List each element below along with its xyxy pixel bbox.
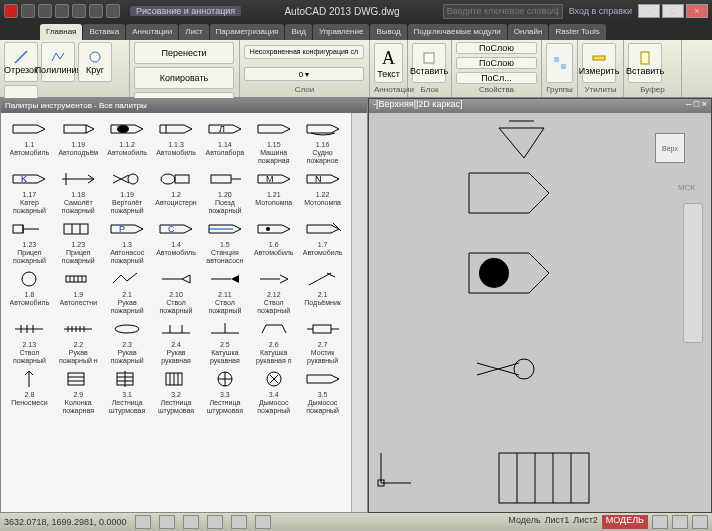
palette-item[interactable]: 1.1.2Автомобиль [103,117,152,165]
workspace-tab[interactable]: Рисование и аннотация [130,6,241,16]
move-button[interactable]: Перенести [134,42,234,64]
palette-item[interactable]: 2.1Подъёмник [298,267,347,315]
open-icon[interactable] [38,4,52,18]
insert-button[interactable]: Вставить [412,43,446,83]
palette-item[interactable]: Л 1.14Автолабора [200,117,249,165]
ortho-toggle[interactable] [183,515,199,529]
palette-item[interactable]: 2.10Ствол пожарный [152,267,201,315]
status-icon[interactable] [652,515,668,529]
palette-item[interactable]: 2.12Ствол пожарный [249,267,298,315]
tab-home[interactable]: Главная [40,24,82,40]
drawing-area[interactable]: -[Верхняя||2D каркас] – □ × Верх МСК [368,98,712,513]
model-space-button[interactable]: МОДЕЛЬ [602,515,648,529]
layer-dropdown[interactable]: 0 ▾ [244,67,364,81]
palette-item[interactable]: 2.3Рукав пожарный [103,317,152,365]
palette-item[interactable]: 1.6Автомобиль [249,217,298,265]
layout-tab-model[interactable]: Модель [508,515,540,529]
tab-parametric[interactable]: Параметризация [210,24,285,40]
palette-item[interactable]: 1.1Автомобиль [5,117,54,165]
tab-raster[interactable]: Raster Tools [549,24,605,40]
tab-layout[interactable]: Лист [179,24,208,40]
close-button[interactable]: × [686,4,708,18]
text-button[interactable]: AТекст [374,43,403,83]
palette-item[interactable]: 2.13Ствол пожарный [5,317,54,365]
tab-view[interactable]: Вид [285,24,311,40]
polyline-button[interactable]: Полилиния [41,42,75,82]
palette-item[interactable]: P 1.3Автонасос пожарный [103,217,152,265]
palette-item[interactable]: 1.2Автоцистерн [152,167,201,215]
viewport-controls[interactable]: – □ × [686,99,707,113]
palette-item[interactable]: 1.1.3Автомобиль [152,117,201,165]
palette-item[interactable]: 1.20Поезд пожарный [200,167,249,215]
palette-item[interactable]: 2.9Колонка пожарная [54,367,103,415]
palette-item[interactable]: 1.15Машина пожарная [249,117,298,165]
palette-item[interactable]: 1.23Прицеп пожарный [5,217,54,265]
palette-item[interactable]: 1.19Автоподъём [54,117,103,165]
line-button[interactable]: Отрезок [4,42,38,82]
group-button[interactable] [546,43,573,83]
palette-item[interactable]: 2.1Рукав пожарный [103,267,152,315]
palette-item[interactable]: K 1.17Катер пожарный [5,167,54,215]
canvas[interactable]: Верх МСК [369,113,711,512]
lineweight-dropdown[interactable]: ПоСлою [456,57,537,69]
palette-item[interactable]: 1.19Вертолёт пожарный [103,167,152,215]
palette-item[interactable]: C 1.4Автомобиль [152,217,201,265]
palette-item[interactable]: 1.18Самолёт пожарный [54,167,103,215]
viewcube-face[interactable]: Верх [655,133,685,163]
linetype-dropdown[interactable]: ПоСл... [456,72,537,84]
grid-toggle[interactable] [159,515,175,529]
palette-grid[interactable]: 1.1Автомобиль 1.19Автоподъём 1.1.2Автомо… [1,113,351,512]
app-menu-icon[interactable] [4,4,18,18]
tab-output[interactable]: Вывод [370,24,406,40]
help-search-input[interactable] [443,4,563,19]
maximize-button[interactable]: □ [662,4,684,18]
palette-item[interactable]: 3.1Лестница штурмовая [103,367,152,415]
save-icon[interactable] [55,4,69,18]
snap-toggle[interactable] [135,515,151,529]
tab-online[interactable]: Онлайн [508,24,549,40]
otrack-toggle[interactable] [255,515,271,529]
layout-tab-1[interactable]: Лист1 [545,515,570,529]
status-icon[interactable] [672,515,688,529]
signin-link[interactable]: Вход в справки [569,6,632,16]
palette-item[interactable]: 3.3Лестница штурмовая [200,367,249,415]
palette-item[interactable]: 3.4Дымосос пожарный [249,367,298,415]
layout-tab-2[interactable]: Лист2 [573,515,598,529]
palette-item[interactable]: 3.2Лестница штурмовая [152,367,201,415]
minimize-button[interactable]: – [638,4,660,18]
palette-item[interactable]: 1.5Станция автонасосн [200,217,249,265]
undo-icon[interactable] [72,4,86,18]
new-icon[interactable] [21,4,35,18]
paste-button[interactable]: Вставить [628,43,662,83]
tab-manage[interactable]: Управление [313,24,369,40]
palette-item[interactable]: 3.5Дымосос пожарный [298,367,347,415]
osnap-toggle[interactable] [231,515,247,529]
palette-item[interactable]: 2.5Катушка рукавная [200,317,249,365]
palette-item[interactable]: 1.9Автолестни [54,267,103,315]
measure-button[interactable]: Измерить [582,43,616,83]
palette-item[interactable]: 1.23Прицеп пожарный [54,217,103,265]
polar-toggle[interactable] [207,515,223,529]
palette-item[interactable]: 2.8Пеносмеси [5,367,54,415]
palette-item[interactable]: 2.11Ствол пожарный [200,267,249,315]
redo-icon[interactable] [89,4,103,18]
palette-item[interactable]: 1.8Автомобиль [5,267,54,315]
palette-item[interactable]: 2.2Рукав пожарный н [54,317,103,365]
palette-item[interactable]: 1.16Судно пожарное [298,117,347,165]
circle-button[interactable]: Круг [78,42,112,82]
plot-icon[interactable] [106,4,120,18]
palette-item[interactable]: 2.7Мостик рукавный [298,317,347,365]
copy-button[interactable]: Копировать [134,67,234,89]
palette-item[interactable]: 1.7Автомобиль [298,217,347,265]
tab-annotate[interactable]: Аннотации [126,24,178,40]
palette-side-tabs[interactable] [351,113,367,512]
status-icon[interactable] [692,515,708,529]
layer-state-dropdown[interactable]: Несохраненная конфигурация сл [244,45,364,59]
tab-insert[interactable]: Вставка [83,24,125,40]
color-dropdown[interactable]: ПоСлою [456,42,537,54]
palette-item[interactable]: N 1.22Мотопомпа [298,167,347,215]
tab-plugins[interactable]: Подключаемые модули [408,24,507,40]
view-cube[interactable]: Верх [645,123,695,173]
palette-item[interactable]: 2.4Рукав рукавная [152,317,201,365]
navigation-bar[interactable] [683,203,703,343]
